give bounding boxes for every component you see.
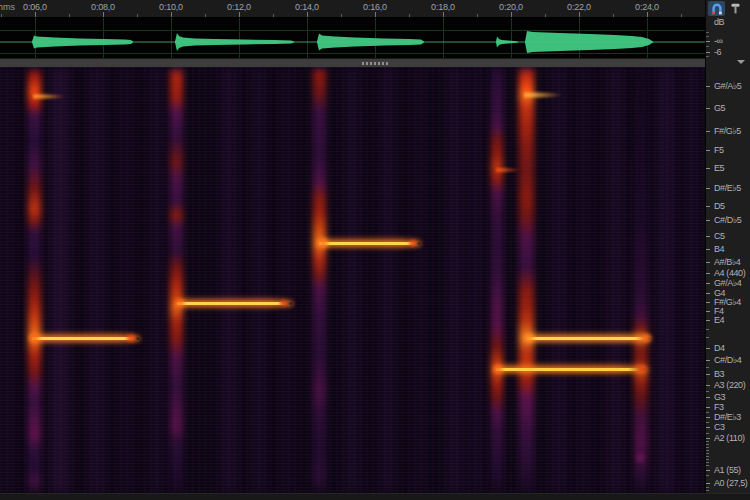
timeline-ruler[interactable]: hms0:06,00:08,00:10,00:12,00:14,00:16,00… — [0, 0, 705, 18]
pitch-tick — [706, 427, 710, 428]
line-end-blob — [277, 297, 291, 310]
harmonic-line-glow — [494, 365, 648, 373]
pitch-tick — [706, 236, 710, 237]
pitch-tick — [706, 320, 710, 321]
waveform-panel[interactable] — [0, 18, 705, 58]
harmonic-line-glow — [525, 334, 652, 342]
time-label: 0:20,0 — [489, 2, 533, 12]
pitch-tick — [706, 262, 710, 263]
pitch-tick — [706, 108, 710, 109]
pitch-label: C3 — [714, 422, 725, 432]
ruler-tick — [69, 14, 70, 17]
noise-band — [686, 67, 698, 493]
time-label: 0:18,0 — [421, 2, 465, 12]
pitch-tick — [706, 374, 710, 375]
waveform-blob — [175, 33, 294, 51]
pitch-minor-tick — [706, 412, 709, 413]
db-scale-title: dB — [714, 17, 724, 27]
pitch-minor-tick — [706, 462, 709, 463]
pitch-minor-tick — [706, 441, 709, 442]
pitch-label: F5 — [714, 145, 724, 155]
pin-icon[interactable] — [727, 1, 744, 16]
pitch-label: A4 (440) — [714, 268, 745, 278]
ruler-tick — [409, 14, 410, 17]
spectrogram-texture — [0, 67, 705, 493]
noise-band — [90, 67, 104, 493]
spectral-flare — [496, 167, 520, 173]
waveform-blob — [496, 37, 518, 48]
line-end-blob — [172, 296, 188, 310]
line-end-blob — [520, 330, 538, 346]
ruler-tick — [647, 12, 648, 17]
pitch-minor-tick — [706, 459, 709, 460]
db-label: -∞ — [714, 36, 723, 46]
harmonic-line-core — [527, 337, 650, 340]
noise-band — [608, 67, 622, 493]
pitch-tick — [706, 438, 710, 439]
scale-menu-arrow-icon[interactable] — [737, 60, 745, 64]
line-end-blob — [638, 331, 654, 345]
ruler-tick — [341, 14, 342, 17]
magnet-icon[interactable] — [708, 1, 725, 16]
noise-band — [345, 67, 359, 493]
ruler-tick — [171, 12, 172, 17]
ruler-tick — [613, 14, 614, 17]
waveform-blob — [317, 34, 424, 51]
line-end-blob — [490, 362, 506, 376]
pitch-tick — [706, 206, 710, 207]
noise-band — [658, 67, 674, 493]
pitch-minor-tick — [706, 490, 709, 491]
db-minor-tick — [706, 36, 709, 37]
audio-editor-window: hms0:06,00:08,00:10,00:12,00:14,00:16,00… — [0, 0, 750, 500]
pitch-minor-tick — [706, 456, 709, 457]
noise-band — [470, 67, 480, 493]
pitch-minor-tick — [706, 487, 709, 488]
pitch-label: E4 — [714, 315, 724, 325]
pitch-label: A0 (27,5) — [714, 478, 747, 488]
pitch-label: A1 (55) — [714, 465, 741, 475]
pitch-tick — [706, 360, 710, 361]
divider-grip-icon[interactable] — [362, 62, 390, 65]
line-end-blob — [123, 331, 139, 345]
spectral-streak — [634, 67, 648, 493]
pitch-label: C#/D♭4 — [714, 355, 741, 365]
noise-band — [282, 67, 292, 493]
spectral-flare — [33, 93, 65, 100]
ruler-tick — [443, 12, 444, 17]
pitch-minor-tick — [706, 329, 709, 330]
pitch-minor-tick — [706, 444, 709, 445]
ruler-tick — [579, 12, 580, 17]
pitch-tick — [706, 293, 710, 294]
ruler-tick — [137, 14, 138, 17]
pitch-label: G5 — [714, 103, 725, 113]
pitch-tick — [706, 311, 710, 312]
pitch-minor-tick — [706, 433, 709, 434]
ruler-tick — [681, 14, 682, 17]
noise-band — [150, 67, 162, 493]
spectral-spot — [632, 450, 648, 466]
noise-band — [553, 67, 565, 493]
time-label: 0:08,0 — [81, 2, 125, 12]
ruler-tick — [239, 12, 240, 17]
pitch-tick — [706, 407, 710, 408]
pitch-label: C#/D♭5 — [714, 215, 741, 225]
spectrogram-panel[interactable] — [0, 67, 705, 493]
pitch-minor-tick — [706, 337, 709, 338]
harmonic-line-glow — [30, 334, 141, 342]
noise-band — [415, 67, 425, 493]
pitch-minor-tick — [706, 465, 709, 466]
pitch-label: D#/E♭3 — [714, 412, 741, 422]
pitch-label: G3 — [714, 392, 725, 402]
pitch-tick — [706, 417, 710, 418]
db-tick — [706, 52, 710, 53]
pitch-label: D5 — [714, 201, 725, 211]
pitch-tick — [706, 283, 710, 284]
pitch-label: D4 — [714, 343, 725, 353]
harmonic-line-glow — [175, 299, 294, 307]
pitch-tick — [706, 86, 710, 87]
harmonic-line — [494, 363, 648, 375]
time-label: 0:10,0 — [149, 2, 193, 12]
spectral-streak — [28, 67, 41, 493]
noise-band — [222, 67, 236, 493]
pitch-tick — [706, 483, 710, 484]
